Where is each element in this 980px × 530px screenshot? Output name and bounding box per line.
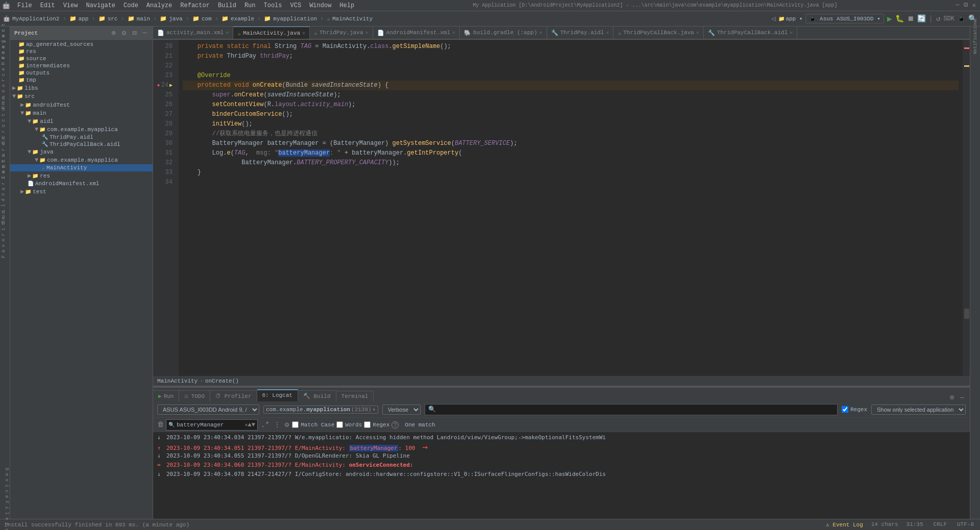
tab-logcat[interactable]: 6: Logcat [257, 389, 298, 401]
scrollbar-thumb[interactable] [964, 309, 969, 319]
minimize-button[interactable]: — [956, 2, 960, 9]
menu-tools[interactable]: Tools [260, 1, 286, 10]
avd-manager-button[interactable]: 📱 [958, 15, 965, 22]
breadcrumb-mainactivity-code[interactable]: MainActivity [157, 378, 198, 384]
tree-item-aidl[interactable]: ▼ 📁 aidl [10, 117, 153, 125]
next-match-btn[interactable]: ▼ [252, 421, 255, 428]
package-selector[interactable]: com.example.myapplication (2139) ▾ [263, 406, 378, 414]
menu-edit[interactable]: Edit [36, 1, 59, 10]
words-checkbox[interactable] [336, 421, 343, 428]
regex-checkbox[interactable] [842, 406, 848, 413]
menu-vcs[interactable]: VCS [286, 1, 306, 10]
tree-item-res1[interactable]: 📁 res [10, 48, 153, 55]
stop-button[interactable]: ⏹ [907, 15, 914, 23]
filter-regex-checkbox[interactable] [364, 421, 371, 428]
tree-item-outputs[interactable]: 📁 outputs [10, 69, 153, 77]
filter-options-btn[interactable]: ⋮ [273, 420, 282, 429]
line-ending[interactable]: CRLF [932, 521, 949, 528]
tree-item-test[interactable]: ▶ 📁 test [10, 187, 153, 196]
device-selector-toolbar[interactable]: 📱 Asus ASUS_I003DD ▾ [805, 14, 884, 23]
project-collapse-icon[interactable]: ⊟ [131, 29, 138, 37]
navigate-back-button[interactable]: ◁ [771, 14, 775, 23]
menu-code[interactable]: Code [119, 1, 142, 10]
tab-close-icon[interactable]: ✕ [539, 30, 542, 36]
tree-item-libs[interactable]: ▶ 📁 libs [10, 84, 153, 92]
tab-profiler[interactable]: ⏱ Profiler [210, 390, 257, 401]
cursor-position[interactable]: 31:35 [904, 521, 925, 528]
logcat-device-selector[interactable]: ASUS ASUS_I003DD Android 9, / [157, 405, 259, 415]
breadcrumb-example[interactable]: example [231, 16, 254, 22]
encoding[interactable]: UTF-8 [955, 521, 976, 528]
breadcrumb-com[interactable]: com [202, 16, 212, 22]
right-sidebar-icon-1[interactable]: Notifications [973, 29, 978, 54]
project-close-icon[interactable]: — [141, 29, 149, 37]
tab-close-icon[interactable]: ✕ [452, 30, 455, 36]
breadcrumb-mainactivity[interactable]: MainActivity [332, 16, 373, 22]
event-log-btn[interactable]: ⚠ Event Log [824, 521, 865, 528]
tab-todo[interactable]: ☑ TODO [179, 390, 210, 401]
tab-thridpaycallback-aidl[interactable]: 🔧 ThridPayCallBack.aidl ✕ [704, 27, 798, 39]
tree-item-thridpay-aidl[interactable]: 🔧 ThridPay.aidl [10, 134, 153, 141]
tree-item-com-java[interactable]: ▼ 📁 com.example.myapplica [10, 156, 153, 164]
close-button[interactable]: ✕ [972, 2, 976, 9]
tree-item-source[interactable]: 📁 source [10, 55, 153, 62]
menu-window[interactable]: Window [305, 1, 335, 10]
project-external-icon[interactable]: ⊕ [110, 29, 117, 37]
match-case-label[interactable]: Match Case [292, 421, 334, 428]
menu-file[interactable]: File [13, 1, 36, 10]
minimize-bottom-icon[interactable]: — [959, 394, 966, 401]
tab-terminal[interactable]: Terminal [336, 391, 374, 401]
tab-activity-main-xml[interactable]: 📄 activity_main.xml ✕ [153, 27, 233, 39]
tab-androidmanifest-xml[interactable]: 📄 AndroidManifest.xml ✕ [373, 27, 460, 39]
tab-close-icon[interactable]: ✕ [365, 30, 369, 36]
favorites-icon[interactable]: F a v o r i t e s [1, 228, 9, 258]
breadcrumb-src[interactable]: src [108, 16, 118, 22]
filter-regex-btn[interactable]: .* [260, 421, 271, 429]
menu-refactor[interactable]: Refactor [176, 1, 214, 10]
breadcrumb-app[interactable]: app [79, 16, 89, 22]
tree-item-res2[interactable]: ▶ 📁 res [10, 171, 153, 180]
filter-regex-label[interactable]: Regex [364, 421, 389, 428]
tab-close-icon[interactable]: ✕ [226, 30, 229, 36]
tree-item-androidmanifest[interactable]: 📄 AndroidManifest.xml [10, 180, 153, 187]
tab-thridpay-aidl[interactable]: 🔧 ThridPay.aidl ✕ [547, 27, 614, 39]
breadcrumb-main[interactable]: main [137, 16, 150, 22]
sync-button[interactable]: 🔄 [917, 14, 926, 23]
project-settings-icon[interactable]: ⚙ [120, 29, 128, 37]
breadcrumb-oncreate[interactable]: onCreate() [205, 378, 239, 384]
menu-run[interactable]: Run [240, 1, 260, 10]
menu-help[interactable]: Help [335, 1, 358, 10]
tree-item-ap-generated[interactable]: 📁 ap_generated_sources [10, 41, 153, 48]
tree-item-mainactivity[interactable]: ☕ MainActivity [10, 164, 153, 171]
tab-close-icon[interactable]: ✕ [302, 30, 305, 36]
match-case-checkbox[interactable] [292, 421, 299, 428]
run-button[interactable]: ▶ [887, 14, 892, 24]
code-content[interactable]: private static final String TAG = MainAc… [179, 40, 963, 376]
logcat-level-selector[interactable]: Verbose [382, 405, 421, 415]
tree-item-intermediates[interactable]: 📁 intermediates [10, 62, 153, 69]
tab-close-icon[interactable]: ✕ [696, 30, 699, 36]
refresh-button[interactable]: ↺ [936, 14, 940, 23]
tree-item-tmp[interactable]: 📁 tmp [10, 77, 153, 84]
breadcrumb-project[interactable]: MyApplication2 [12, 16, 59, 22]
show-only-selector[interactable]: Show only selected application [871, 405, 966, 415]
tab-build[interactable]: 🔨 Build [298, 390, 336, 401]
tab-thridpay-java[interactable]: ☕ ThridPay.java ✕ [310, 27, 373, 39]
breadcrumb-myapplication[interactable]: myapplication [273, 16, 317, 22]
delete-icon[interactable]: 🗑 [157, 421, 164, 428]
tree-item-java[interactable]: ▼ 📁 java [10, 148, 153, 156]
tab-build-gradle[interactable]: 🐘 build.gradle (:app) ✕ [460, 27, 547, 39]
tab-close-icon[interactable]: ✕ [790, 30, 793, 36]
tab-run[interactable]: ▶ Run [153, 390, 179, 401]
tab-thridpaycallback-java[interactable]: ☕ ThridPayCallBack.java ✕ [614, 27, 703, 39]
filter-settings-btn[interactable]: ⚙ [284, 420, 290, 429]
sdk-manager-button[interactable]: SDK [943, 15, 954, 22]
tree-item-src[interactable]: ▼ 📁 src [10, 92, 153, 100]
tree-item-androidtest[interactable]: ▶ 📁 androidTest [10, 100, 153, 109]
run-config-selector[interactable]: app ▾ [786, 15, 802, 22]
breadcrumb-java[interactable]: java [169, 16, 182, 22]
menu-navigate[interactable]: Navigate [82, 1, 119, 10]
tab-close-icon[interactable]: ✕ [606, 30, 609, 36]
tab-mainactivity-java[interactable]: ☕ MainActivity.java ✕ [233, 27, 310, 39]
menu-build[interactable]: Build [214, 1, 240, 10]
